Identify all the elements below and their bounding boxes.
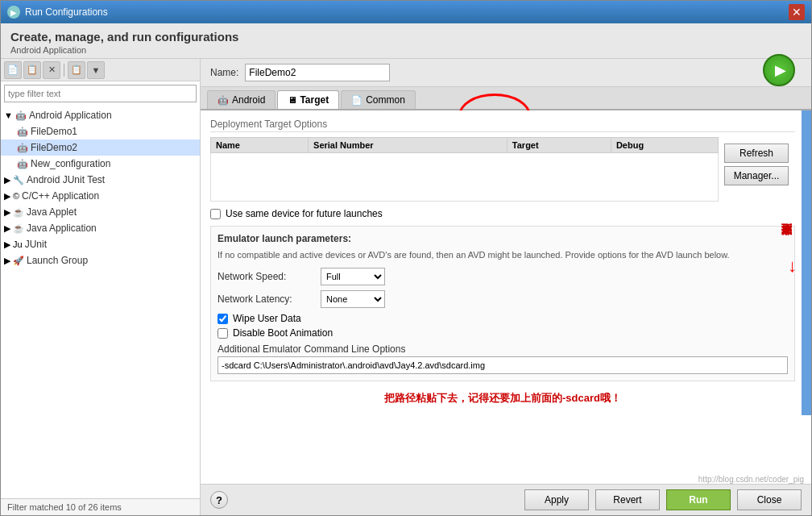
content-area: 📄 📋 ✕ 📋 ▼ ▼ 🤖 Android Application [1, 59, 811, 515]
disable-boot-checkbox[interactable] [218, 328, 228, 339]
tab-android[interactable]: 🤖 Android [207, 90, 276, 109]
new-config-button[interactable]: 📄 [4, 61, 22, 79]
same-device-checkbox[interactable] [210, 209, 221, 219]
window-icon: ▶ [7, 6, 20, 19]
network-speed-label: Network Speed: [218, 271, 314, 282]
left-toolbar: 📄 📋 ✕ 📋 ▼ [1, 59, 200, 81]
target-tab-label: Target [300, 94, 329, 106]
tree-item-android-junit-test[interactable]: ▶ 🔧 Android JUnit Test [1, 172, 200, 188]
filter-button[interactable]: 📋 [68, 61, 85, 79]
col-serial: Serial Number [309, 138, 508, 153]
filter-box [1, 81, 200, 106]
tree-item-launch-group[interactable]: ▶ 🚀 Launch Group [1, 252, 200, 268]
tree-label: Android Application [29, 110, 112, 121]
folder-collapse-icon: ▶ [4, 175, 10, 185]
toolbar-separator [64, 64, 64, 77]
title-bar: ▶ Run Configurations ✕ [1, 1, 811, 23]
close-button[interactable]: Close [737, 489, 802, 510]
tree-label: Java Application [27, 223, 97, 234]
tab-target[interactable]: 🖥 Target [277, 90, 339, 109]
tree-item-filedemo2[interactable]: 🤖 FileDemo2 [1, 139, 200, 156]
filter-input[interactable] [4, 85, 197, 102]
tree-item-android-application-root[interactable]: ▼ 🤖 Android Application [1, 107, 200, 123]
tree-label: JUnit [25, 239, 47, 250]
android-tab-label: Android [232, 94, 265, 106]
scroll-area: Deployment Target Options Name Serial Nu… [201, 110, 811, 415]
tree-item-java-application[interactable]: ▶ ☕ Java Application [1, 220, 200, 236]
tree-label: Launch Group [27, 255, 88, 266]
col-debug: Debug [611, 138, 718, 153]
tree-label: FileDemo1 [31, 126, 77, 137]
duplicate-button[interactable]: 📋 [23, 61, 41, 79]
section-header: Deployment Target Options [210, 117, 795, 132]
emulator-warning: If no compatible and active devices or A… [218, 249, 788, 261]
run-icon-button[interactable] [763, 54, 795, 86]
run-button[interactable]: Run [666, 489, 731, 510]
folder-expand-icon: ▼ [4, 110, 13, 120]
target-tab-icon: 🖥 [288, 95, 296, 105]
refresh-button[interactable]: Refresh [724, 144, 789, 163]
wipe-label: Wipe User Data [233, 313, 301, 324]
common-tab-label: Common [366, 94, 405, 106]
tree-item-new-configuration[interactable]: 🤖 New_configuration [1, 156, 200, 172]
android-app-icon: 🤖 [15, 110, 27, 121]
folder-collapse-icon: ▶ [4, 223, 10, 234]
settings-button[interactable]: ▼ [87, 61, 105, 79]
tree-label: New_configuration [31, 158, 110, 169]
folder-collapse-icon: ▶ [4, 256, 10, 266]
header-title: Create, manage, and run configurations [10, 30, 802, 44]
scrollbar[interactable] [802, 110, 811, 415]
bottom-annotation: 把路径粘贴下去，记得还要加上前面的-sdcard哦！ [210, 388, 795, 409]
tree-item-java-applet[interactable]: ▶ ☕ Java Applet [1, 204, 200, 220]
apply-button[interactable]: Apply [524, 489, 589, 510]
name-input[interactable] [245, 64, 390, 81]
common-tab-icon: 📄 [351, 95, 362, 106]
manage-button[interactable]: Manager... [724, 166, 789, 185]
header-subtitle: Android Application [10, 45, 802, 55]
file-icon: 🤖 [17, 127, 28, 137]
tree-label: FileDemo2 [31, 142, 77, 153]
folder-collapse-icon: ▶ [4, 191, 10, 202]
java-icon: ☕ [13, 207, 24, 218]
tab-common[interactable]: 📄 Common [341, 90, 416, 109]
header-area: Create, manage, and run configurations A… [1, 23, 811, 59]
run-configurations-window: ▶ Run Configurations ✕ Create, manage, a… [0, 0, 812, 516]
cmd-input[interactable] [218, 356, 788, 374]
network-latency-select[interactable]: None GPRS EDGE UMTS [321, 290, 385, 308]
tab-content-target: 下拉来到底部 ↓ Deployment Target Options Name [201, 110, 811, 484]
java-icon: ☕ [13, 223, 24, 234]
network-latency-row: Network Latency: None GPRS EDGE UMTS [218, 290, 788, 308]
col-name: Name [211, 138, 309, 153]
wipe-checkbox[interactable] [218, 314, 228, 324]
window-title: Run Configurations [25, 6, 789, 18]
wipe-row: Wipe User Data [218, 313, 788, 324]
additional-label: Additional Emulator Command Line Options [218, 343, 788, 355]
junit-icon: 🔧 [13, 175, 24, 185]
tree-item-junit[interactable]: ▶ Ju JUnit [1, 236, 200, 252]
delete-button[interactable]: ✕ [43, 61, 60, 79]
tree-label: Android JUnit Test [27, 174, 105, 185]
empty-row [211, 153, 719, 202]
device-list-container: Name Serial Number Target Debug [210, 137, 795, 202]
tree-item-cpp-application[interactable]: ▶ © C/C++ Application [1, 188, 200, 204]
emulator-section: Emulator launch parameters: If no compat… [210, 226, 795, 381]
tree-label: C/C++ Application [22, 190, 99, 202]
network-speed-select[interactable]: Full GPRS EDGE UMTS [321, 268, 385, 285]
left-panel: 📄 📋 ✕ 📋 ▼ ▼ 🤖 Android Application [1, 59, 201, 515]
revert-button[interactable]: Revert [595, 489, 660, 510]
network-speed-row: Network Speed: Full GPRS EDGE UMTS [218, 268, 788, 285]
bottom-bar: ? Apply Revert Run Close [201, 484, 811, 515]
folder-collapse-icon: ▶ [4, 207, 10, 218]
file-icon: 🤖 [17, 159, 28, 169]
same-device-row: Use same device for future launches [210, 208, 795, 219]
close-window-button[interactable]: ✕ [789, 4, 805, 20]
folder-collapse-icon: ▶ [4, 239, 10, 250]
help-button[interactable]: ? [210, 491, 228, 509]
tree-item-filedemo1[interactable]: 🤖 FileDemo1 [1, 123, 200, 139]
junit-icon: Ju [13, 239, 23, 249]
file-icon: 🤖 [17, 143, 28, 153]
emulator-title: Emulator launch parameters: [218, 233, 788, 244]
network-latency-label: Network Latency: [218, 293, 314, 305]
android-tab-icon: 🤖 [218, 95, 229, 106]
launch-icon: 🚀 [13, 256, 24, 266]
